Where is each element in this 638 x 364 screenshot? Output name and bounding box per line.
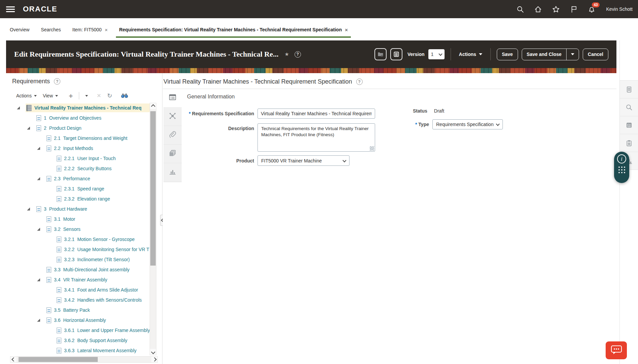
side-clipboard-icon[interactable]	[620, 134, 638, 152]
add-icon[interactable]: +	[69, 92, 73, 99]
side-checklist-icon[interactable]	[620, 116, 638, 134]
tree-view-menu[interactable]: View	[43, 93, 58, 98]
tree-node-label: Body Support Assembly	[77, 338, 127, 343]
tab-searches[interactable]: Searches	[38, 18, 64, 38]
list-view-icon[interactable]	[390, 48, 402, 60]
tree-node[interactable]: 2.1Target Dimensions and Weight	[6, 133, 150, 143]
tree-node[interactable]: 3.2.1Motion Sensor - Gyroscope	[6, 234, 150, 244]
notifications-icon[interactable]: 43	[587, 5, 596, 13]
guided-learning-widget[interactable]: i	[614, 152, 629, 183]
tree-node-number: 3.2.1	[64, 237, 74, 242]
add-menu-caret-icon[interactable]	[85, 95, 88, 97]
tab-relationships[interactable]	[163, 108, 182, 126]
close-tab-icon[interactable]: ×	[105, 27, 108, 33]
help-icon[interactable]: ?	[54, 78, 60, 85]
search-icon[interactable]	[516, 5, 524, 13]
save-button[interactable]: Save	[497, 49, 518, 60]
scroll-down-icon[interactable]	[150, 349, 156, 355]
drag-dots-icon[interactable]	[618, 166, 625, 173]
cancel-button[interactable]: Cancel	[583, 49, 608, 60]
type-select[interactable]: Requirements Specification	[432, 119, 503, 129]
product-select[interactable]: FIT5000 VR Trainer Machine	[257, 155, 350, 166]
decorative-banner-pattern	[6, 68, 616, 73]
requirements-specification-input[interactable]	[257, 109, 375, 119]
tree-vertical-scrollbar[interactable]	[150, 103, 156, 355]
tab-item-fit5000[interactable]: Item: FIT5000 ×	[69, 18, 111, 38]
favorites-icon[interactable]	[552, 5, 560, 13]
expand-toggle-icon[interactable]	[37, 147, 46, 150]
tree-node-label: Elevation range	[77, 196, 110, 202]
tree-node[interactable]: 2.3.1Speed range	[6, 184, 150, 194]
tree-horizontal-scrollbar[interactable]	[10, 356, 158, 363]
tree-actions-menu[interactable]: Actions	[16, 93, 37, 98]
find-icon[interactable]	[121, 92, 128, 99]
tree-node-label: Lateral Movement Assembly	[77, 348, 136, 353]
tree-node[interactable]: 3.6Horizontal Assembly	[6, 315, 150, 325]
expand-toggle-icon[interactable]	[37, 319, 46, 322]
save-and-close-split-button: Save and Close	[522, 49, 579, 60]
version-select[interactable]: 1	[428, 49, 445, 59]
scroll-up-icon[interactable]	[150, 103, 156, 109]
scroll-right-icon[interactable]	[151, 357, 157, 362]
tree-node[interactable]: 3.2.3Inclinometer (Tilt Sensor)	[6, 254, 150, 265]
favorite-star-icon[interactable]: ★	[284, 51, 289, 57]
tree-node[interactable]: 3.4.1Foot and Arms Slide Adjustor	[6, 285, 150, 295]
tree-node[interactable]: 3.2Sensors	[6, 224, 150, 234]
vertical-scroll-thumb[interactable]	[150, 111, 156, 266]
help-icon[interactable]: ?	[356, 79, 363, 85]
actions-menu-button[interactable]: Actions	[457, 52, 484, 57]
expand-toggle-icon[interactable]	[37, 228, 46, 231]
caret-down-icon	[55, 95, 58, 97]
tab-requirements-specification[interactable]: Requirements Specification: Virtual Real…	[116, 18, 351, 38]
tree-node[interactable]: 2.2.1User Input - Touch	[6, 153, 150, 163]
close-tab-icon[interactable]: ×	[345, 27, 348, 33]
tree-node[interactable]: 2.2.2Security Buttons	[6, 163, 150, 174]
horizontal-scroll-thumb[interactable]	[19, 357, 98, 362]
side-search-icon[interactable]	[620, 98, 638, 116]
side-document-icon[interactable]	[620, 80, 638, 98]
flag-icon[interactable]	[570, 5, 578, 13]
tab-general-information[interactable]	[163, 89, 182, 108]
save-and-close-dropdown-icon[interactable]	[566, 49, 579, 60]
tree-node-number: 2.2.1	[64, 156, 74, 161]
expand-toggle-icon[interactable]	[27, 127, 36, 130]
chat-button[interactable]	[606, 341, 627, 359]
tree-node[interactable]: 3.4.2Handles with Sensors/Controls	[6, 295, 150, 305]
menu-icon[interactable]	[6, 6, 15, 12]
save-and-close-button[interactable]: Save and Close	[522, 49, 567, 60]
requirement-doc-icon	[57, 166, 61, 172]
tree-node[interactable]: 2.3Performance	[6, 174, 150, 184]
tree-node-number: 3	[44, 206, 47, 212]
expand-toggle-icon[interactable]	[17, 107, 26, 110]
tree-node[interactable]: Virtual Reality Trainer Machines - Techn…	[6, 103, 150, 113]
hierarchy-icon[interactable]	[374, 48, 387, 60]
tree-node[interactable]: 3.5Battery Pack	[6, 305, 150, 315]
guided-learning-icon[interactable]: i	[617, 154, 626, 163]
tab-metrics[interactable]	[163, 163, 182, 182]
tree-node[interactable]: 2.3.2Elevation range	[6, 194, 150, 204]
tree-node[interactable]: 3.6.1Lower and Upper Frame Assembly	[6, 325, 150, 335]
tree-node[interactable]: 3.1Motor	[6, 214, 150, 224]
tree-node[interactable]: 3.2.2Usage Monitoring Sensor for VR T	[6, 244, 150, 254]
tree-node[interactable]: 2.2Input Methods	[6, 143, 150, 153]
textarea-resize-grip[interactable]	[370, 146, 374, 151]
home-icon[interactable]	[534, 5, 542, 13]
scroll-left-icon[interactable]	[10, 357, 17, 362]
user-menu[interactable]: Kevin Schott	[606, 6, 633, 12]
tree-node[interactable]: 2Product Design	[6, 123, 150, 133]
expand-toggle-icon[interactable]	[37, 278, 46, 281]
tree-node[interactable]: 3Product Hardware	[6, 204, 150, 214]
tab-overview[interactable]: Overview	[7, 18, 32, 38]
tree-node[interactable]: 3.6.2Body Support Assembly	[6, 335, 150, 345]
tree-node[interactable]: 3.6.3Lateral Movement Assembly	[6, 345, 150, 355]
tree-node[interactable]: 3.3Multi-Directional Joint assembly	[6, 265, 150, 275]
tree-node[interactable]: 3.4VR Trainer Assembly	[6, 275, 150, 285]
refresh-icon[interactable]: ↻	[107, 92, 112, 99]
description-textarea[interactable]: Technical Requirements for the Virtual R…	[257, 123, 375, 152]
expand-toggle-icon[interactable]	[37, 177, 46, 180]
help-icon[interactable]: ?	[295, 51, 301, 58]
tree-node-label: Target Dimensions and Weight	[63, 135, 127, 141]
expand-toggle-icon[interactable]	[27, 208, 36, 211]
tree-node[interactable]: 1Overview and Objectives	[6, 113, 150, 123]
tree-node-number: 1	[44, 115, 47, 121]
